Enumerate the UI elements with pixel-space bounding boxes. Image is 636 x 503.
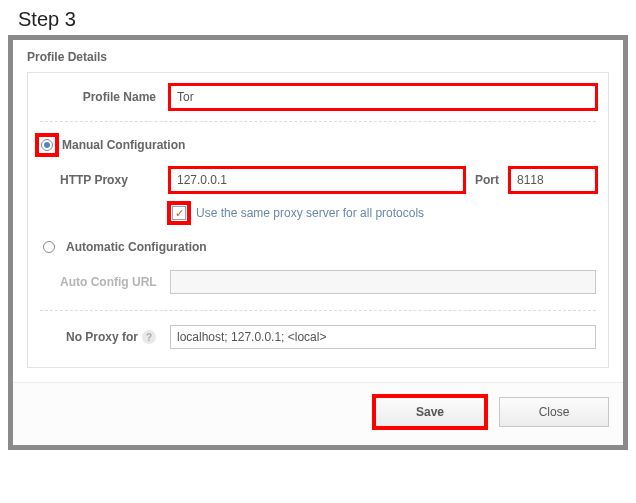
step-label: Step 3: [0, 0, 636, 35]
profile-details-panel: Profile Details Profile Name Manual Conf…: [8, 35, 628, 450]
radio-checked-icon: [41, 139, 53, 151]
save-button[interactable]: Save: [375, 397, 485, 427]
divider: [40, 121, 596, 122]
automatic-config-row: Automatic Configuration: [40, 238, 596, 256]
no-proxy-input[interactable]: [170, 325, 596, 349]
auto-config-url-input: [170, 270, 596, 294]
port-input[interactable]: [510, 168, 596, 192]
no-proxy-label: No Proxy for: [66, 330, 138, 344]
no-proxy-row: No Proxy for ?: [40, 325, 596, 349]
auto-config-url-label: Auto Config URL: [60, 275, 170, 289]
port-label: Port: [464, 173, 510, 187]
manual-config-row: Manual Configuration: [40, 136, 596, 154]
manual-config-radio[interactable]: [38, 136, 56, 154]
same-proxy-row: ✓ Use the same proxy server for all prot…: [170, 204, 596, 222]
button-bar: Save Close: [13, 382, 623, 445]
form-box: Profile Name Manual Configuration HTTP P…: [27, 72, 609, 368]
divider-2: [40, 310, 596, 311]
fieldset-title: Profile Details: [13, 40, 623, 72]
automatic-config-radio[interactable]: [40, 238, 58, 256]
same-proxy-label: Use the same proxy server for all protoc…: [196, 206, 424, 220]
http-proxy-row: HTTP Proxy Port: [60, 168, 596, 192]
close-button[interactable]: Close: [499, 397, 609, 427]
same-proxy-checkbox-highlight: ✓: [170, 204, 188, 222]
automatic-config-label: Automatic Configuration: [66, 240, 207, 254]
radio-unchecked-icon: [43, 241, 55, 253]
profile-name-label: Profile Name: [40, 90, 170, 104]
http-proxy-input[interactable]: [170, 168, 464, 192]
manual-config-label: Manual Configuration: [62, 138, 185, 152]
profile-name-row: Profile Name: [40, 85, 596, 109]
http-proxy-label: HTTP Proxy: [60, 173, 170, 187]
info-icon[interactable]: ?: [142, 330, 156, 344]
auto-config-url-row: Auto Config URL: [60, 270, 596, 294]
same-proxy-checkbox[interactable]: ✓: [172, 206, 186, 220]
profile-name-input[interactable]: [170, 85, 596, 109]
